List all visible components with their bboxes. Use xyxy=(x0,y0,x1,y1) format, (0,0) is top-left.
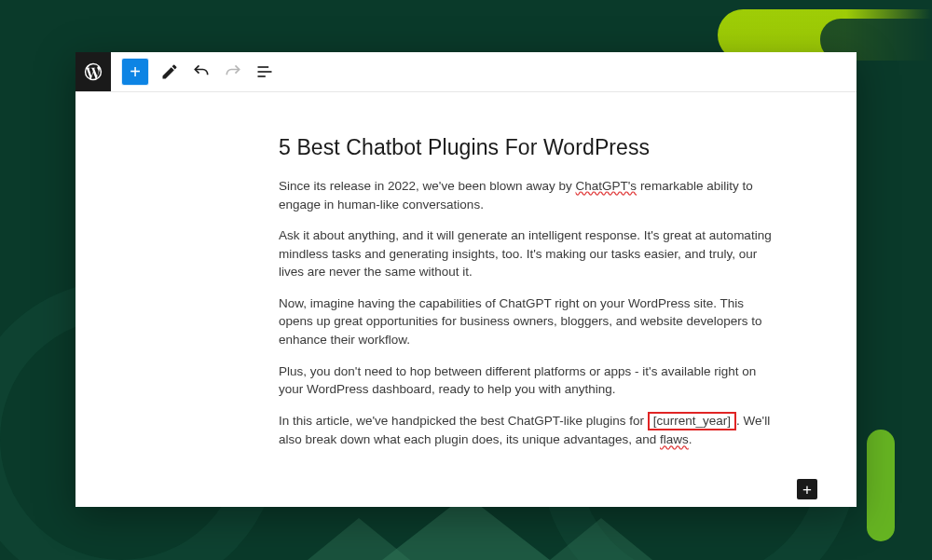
wordpress-logo[interactable] xyxy=(75,52,111,91)
pencil-icon xyxy=(160,62,179,81)
text-run: In this article, we've handpicked the be… xyxy=(279,414,648,428)
paragraph-block[interactable]: Ask it about anything, and it will gener… xyxy=(279,226,778,281)
add-block-toolbar-button[interactable]: + xyxy=(122,59,148,85)
spellcheck-underline: ChatGPT's xyxy=(576,179,637,193)
post-title[interactable]: 5 Best Chatbot Plugins For WordPress xyxy=(279,135,778,160)
redo-icon xyxy=(224,62,242,81)
redo-button[interactable] xyxy=(223,61,243,82)
undo-icon xyxy=(192,62,211,81)
svg-rect-0 xyxy=(258,66,269,68)
svg-rect-1 xyxy=(258,71,272,73)
bg-triangle-right xyxy=(550,518,652,560)
paragraph-block[interactable]: Now, imagine having the capabilities of … xyxy=(279,294,778,349)
add-block-inline-button[interactable]: + xyxy=(797,479,817,499)
document-outline-button[interactable] xyxy=(254,61,275,82)
svg-rect-2 xyxy=(258,75,266,77)
edit-mode-button[interactable] xyxy=(159,61,180,82)
paragraph-block[interactable]: Since its release in 2022, we've been bl… xyxy=(279,177,778,213)
spellcheck-underline: flaws xyxy=(660,432,689,446)
bg-lime-pill xyxy=(867,430,895,541)
paragraph-block[interactable]: In this article, we've handpicked the be… xyxy=(279,412,778,449)
text-run: Since its release in 2022, we've been bl… xyxy=(279,179,576,193)
text-run: . xyxy=(689,432,692,446)
undo-button[interactable] xyxy=(191,61,212,82)
wordpress-logo-icon xyxy=(83,61,103,82)
paragraph-block[interactable]: Plus, you don't need to hop between diff… xyxy=(279,362,778,399)
editor-content[interactable]: 5 Best Chatbot Plugins For WordPress Sin… xyxy=(75,92,857,449)
editor-window: + 5 Best Chatbot Plugins For WordPress S… xyxy=(75,52,857,507)
bg-triangle-left xyxy=(308,518,410,560)
editor-toolbar: + xyxy=(75,52,857,92)
shortcode-highlight: [current_year] xyxy=(648,412,736,431)
document-outline-icon xyxy=(255,62,274,81)
